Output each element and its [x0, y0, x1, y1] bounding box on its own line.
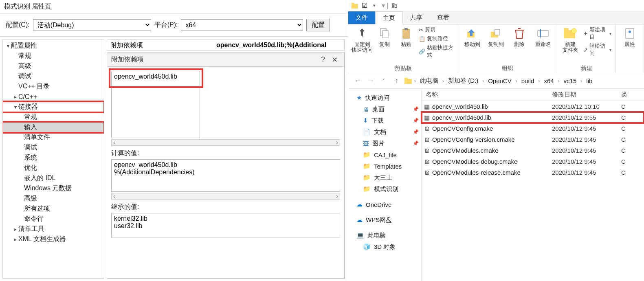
nav-quick-access[interactable]: ★快速访问 [351, 92, 419, 103]
file-row[interactable]: 🗎OpenCVConfig.cmake2020/10/12 9:45C [422, 123, 644, 134]
ribbon-newfolder[interactable]: 新建 文件夹 [561, 26, 579, 53]
tree-item-xml-gen[interactable]: ▸XML 文档生成器 [3, 234, 104, 244]
tree-item-linker-input[interactable]: 输入 [3, 122, 104, 132]
scrollbar[interactable] [111, 139, 340, 146]
tree-item-advanced[interactable]: 高级 [3, 61, 104, 71]
scrollbar[interactable] [111, 193, 340, 200]
tree-item-linker-opt[interactable]: 优化 [3, 163, 104, 173]
ribbon-easy-access[interactable]: ↗轻松访问▾ [583, 42, 611, 57]
breadcrumb-item[interactable]: 新加卷 (D:) [446, 76, 480, 86]
file-type: C [621, 103, 644, 110]
tree-item-linker-advanced[interactable]: 高级 [3, 193, 104, 204]
breadcrumb-item[interactable]: OpenCV [486, 77, 513, 85]
qat-dropdown-icon[interactable]: ▾ [370, 2, 378, 10]
tree-item-linker-manifest[interactable]: 清单文件 [3, 132, 104, 143]
ribbon-copyto[interactable]: 复制到 [486, 26, 506, 47]
config-label: 配置(C): [6, 21, 30, 29]
config-manager-button[interactable]: 配置 [306, 19, 330, 31]
file-name: OpenCVConfig-version.cmake [432, 136, 552, 143]
nav-onedrive[interactable]: ☁OneDrive [351, 199, 419, 210]
tree-item-linker-idl[interactable]: 嵌入的 IDL [3, 173, 104, 183]
nav-pictures[interactable]: 🖼图片📌 [351, 138, 419, 149]
file-date: 2020/10/12 9:45 [552, 169, 621, 176]
file-row[interactable]: 🗎OpenCVModules.cmake2020/10/12 9:45C [422, 145, 644, 156]
tree-item-vcdirs[interactable]: VC++ 目录 [3, 81, 104, 92]
config-select[interactable]: 活动(Debug) [33, 19, 151, 31]
inherit-label: 继承的值: [111, 203, 340, 211]
ribbon-pin[interactable]: 固定到 快速访问 [352, 26, 372, 53]
tree-item-debug[interactable]: 调试 [3, 71, 104, 81]
ribbon-newitem[interactable]: ✦新建项目▾ [583, 26, 611, 41]
back-button[interactable]: ← [352, 76, 363, 86]
svg-rect-12 [564, 28, 569, 31]
tree-item-manifest-tool[interactable]: ▸清单工具 [3, 224, 104, 234]
tree-item-linker-winmd[interactable]: Windows 元数据 [3, 183, 104, 193]
tree-item-linker-cmdline[interactable]: 命令行 [3, 214, 104, 224]
tree-item-linker-system[interactable]: 系统 [3, 153, 104, 163]
tree-item-linker[interactable]: ▼链接器 [3, 102, 104, 112]
ribbon-properties[interactable]: 属性 [620, 26, 640, 47]
ribbon-paste[interactable]: 粘贴 [397, 26, 414, 47]
property-tree[interactable]: ▼配置属性 常规 高级 调试 VC++ 目录 ▸C/C++ ▼链接器 常规 输入… [2, 40, 104, 279]
forward-button[interactable]: → [365, 76, 376, 86]
file-row[interactable]: 🗎OpenCVConfig-version.cmake2020/10/12 9:… [422, 134, 644, 145]
ribbon-moveto[interactable]: 移动到 [462, 26, 482, 47]
nav-pattern[interactable]: 📁模式识别 [351, 183, 419, 195]
tab-home[interactable]: 主页 [375, 11, 403, 24]
star-icon: ★ [356, 94, 362, 101]
nav-da3[interactable]: 📁大三上 [351, 172, 419, 183]
file-row[interactable]: 🗎OpenCVModules-release.cmake2020/10/12 9… [422, 167, 644, 178]
tab-share[interactable]: 共享 [403, 11, 430, 24]
recent-dropdown[interactable]: ˅ [378, 76, 389, 86]
nav-wps[interactable]: ☁WPS网盘 [351, 214, 419, 226]
edit-dialog: 附加依赖项 ? ✕ opencv_world450d.lib 计算的值: ope… [107, 53, 345, 279]
property-row[interactable]: 附加依赖项 opencv_world450d.lib;%(Additional [107, 40, 345, 51]
file-icon: 🗎 [422, 158, 432, 165]
col-type[interactable]: 类 [621, 91, 644, 99]
tree-root[interactable]: ▼配置属性 [3, 41, 104, 51]
tab-file[interactable]: 文件 [348, 11, 375, 24]
nav-documents[interactable]: 📄文档📌 [351, 126, 419, 138]
close-icon[interactable]: ✕ [329, 55, 340, 64]
nav-desktop[interactable]: 🖥桌面📌 [351, 103, 419, 115]
breadcrumb-item[interactable]: build [520, 77, 536, 85]
breadcrumb-item[interactable]: lib [585, 77, 594, 85]
tab-view[interactable]: 查看 [430, 11, 457, 24]
breadcrumb-item[interactable]: 此电脑 [418, 76, 440, 86]
nav-templates[interactable]: 📁Templates [351, 160, 419, 172]
column-headers[interactable]: 名称 修改日期 类 [422, 89, 644, 101]
breadcrumb-item[interactable]: x64 [542, 77, 555, 85]
breadcrumb-item[interactable]: vc15 [562, 77, 578, 85]
up-button[interactable]: ↑ [391, 76, 402, 86]
col-name[interactable]: 名称 [422, 91, 552, 99]
nav-thispc[interactable]: 💻此电脑 [351, 230, 419, 241]
file-row[interactable]: ▦opencv_world450.lib2020/10/12 10:10C [422, 101, 644, 112]
download-icon: ⬇ [363, 117, 368, 124]
nav-downloads[interactable]: ⬇下载📌 [351, 115, 419, 126]
explorer-title: lib [392, 2, 398, 9]
tree-item-general[interactable]: 常规 [3, 51, 104, 61]
qat-checkbox-icon[interactable]: ☑ [360, 2, 369, 10]
ribbon-delete[interactable]: 删除 [510, 26, 529, 47]
config-bar: 配置(C): 活动(Debug) 平台(P): x64 配置 [0, 13, 348, 37]
nav-3d[interactable]: 🧊3D 对象 [351, 241, 419, 252]
tree-item-linker-general[interactable]: 常规 [3, 112, 104, 122]
ribbon-cut[interactable]: ✂剪切 [419, 26, 454, 33]
platform-select[interactable]: x64 [181, 19, 303, 31]
window-title: 模式识别 属性页 [0, 0, 348, 13]
tree-item-cpp[interactable]: ▸C/C++ [3, 92, 104, 102]
ribbon-copy[interactable]: 复制 [376, 26, 393, 47]
ribbon-rename[interactable]: 重命名 [533, 26, 553, 47]
help-icon[interactable]: ? [317, 55, 329, 64]
file-type: C [621, 158, 644, 165]
col-date[interactable]: 修改日期 [552, 91, 621, 99]
nav-caj[interactable]: 📁CAJ_file [351, 149, 419, 160]
file-row[interactable]: ▦opencv_world450d.lib2020/10/12 9:55C [422, 112, 644, 123]
file-row[interactable]: 🗎OpenCVModules-debug.cmake2020/10/12 9:4… [422, 156, 644, 167]
ribbon-copy-path[interactable]: 📋复制路径 [419, 35, 454, 42]
svg-rect-3 [382, 31, 388, 38]
ribbon-paste-shortcut[interactable]: 🔗粘贴快捷方式 [419, 44, 454, 59]
deps-edit-textarea[interactable]: opencv_world450d.lib [111, 71, 200, 138]
tree-item-linker-all[interactable]: 所有选项 [3, 204, 104, 214]
tree-item-linker-debug[interactable]: 调试 [3, 143, 104, 153]
